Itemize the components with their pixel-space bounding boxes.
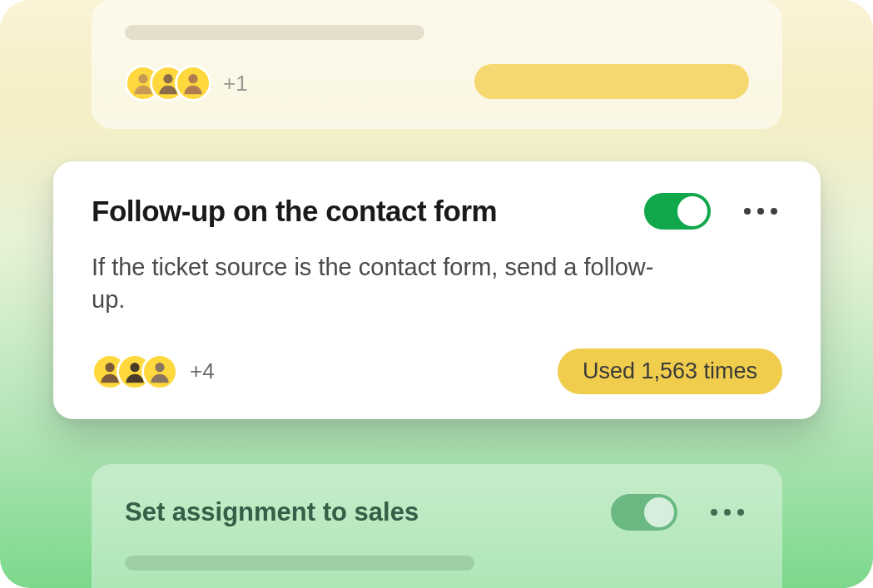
svg-point-5 (155, 363, 164, 372)
svg-point-0 (138, 74, 147, 83)
avatar-overflow-count: +1 (223, 71, 248, 96)
automation-title: Set assignment to sales (125, 497, 419, 527)
toggle-knob (677, 196, 707, 226)
automation-cards-panel: +1 Follow-up on the contact form If the … (0, 0, 873, 588)
automation-card-active[interactable]: Follow-up on the contact form If the tic… (53, 161, 821, 419)
avatar-overflow-count: +4 (190, 358, 215, 384)
automation-card-prev[interactable]: +1 (92, 0, 782, 129)
svg-point-3 (105, 363, 114, 372)
skeleton-line (125, 556, 474, 571)
automation-card-next[interactable]: Set assignment to sales (92, 464, 782, 588)
automation-title: Follow-up on the contact form (92, 195, 497, 228)
avatar-stack (92, 353, 178, 390)
toggle-enabled[interactable] (644, 193, 711, 230)
svg-point-2 (188, 74, 197, 83)
avatar (175, 65, 211, 101)
automation-description: If the ticket source is the contact form… (92, 251, 657, 316)
toggle-enabled[interactable] (611, 494, 677, 531)
skeleton-line (125, 25, 424, 40)
avatar (141, 353, 178, 390)
usage-count-pill: Used 1,563 times (558, 348, 782, 394)
svg-point-1 (163, 74, 172, 83)
more-menu-icon[interactable] (739, 203, 782, 220)
assignee-row: +4 (92, 353, 215, 390)
toggle-knob (644, 497, 674, 527)
usage-pill-skeleton (474, 64, 749, 99)
svg-point-4 (130, 363, 139, 372)
avatar-stack (125, 65, 211, 101)
more-menu-icon[interactable] (706, 504, 749, 521)
